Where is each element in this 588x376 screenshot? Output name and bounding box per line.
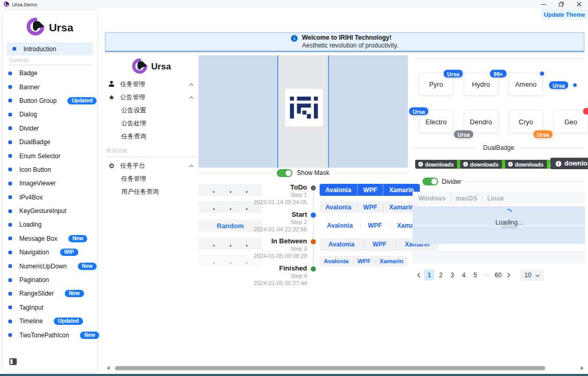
sidebar-item-loading[interactable]: Loading — [3, 218, 97, 231]
maximize-button[interactable] — [552, 0, 570, 8]
ursa-logo-icon — [132, 58, 147, 76]
menu-item-6[interactable]: ⚙任务平台 — [105, 159, 198, 172]
button-wpf[interactable]: WPF — [361, 219, 390, 231]
sidebar-item-numericupdown[interactable]: NumericUpDownNew — [3, 259, 97, 273]
sidebar-item-banner[interactable]: Banner — [3, 80, 97, 93]
page-2[interactable]: 2 — [436, 269, 446, 280]
dual-badge-label-text: downloads — [425, 161, 454, 168]
page-size-select[interactable]: 10 — [520, 269, 544, 281]
timeline-time: 2024-01-05 00:27:44 — [241, 280, 307, 287]
window-title: Ursa.Demo — [12, 2, 37, 7]
dual-badge-label: idownloads — [460, 160, 502, 169]
horizontal-scrollbar[interactable] — [102, 365, 588, 372]
empty-bar — [413, 251, 585, 263]
sidebar-item-introduction[interactable]: Introduction — [7, 42, 93, 55]
sidebar-item-divider[interactable]: Divider — [3, 122, 97, 135]
ipv4-dot — [230, 208, 231, 210]
show-mask-toggle[interactable] — [277, 169, 292, 177]
sidebar-item-navigation[interactable]: NavigationWIP — [3, 245, 97, 259]
close-button[interactable] — [570, 0, 588, 8]
image-viewer[interactable] — [198, 55, 408, 168]
timeline-step: Step 1 — [241, 192, 307, 198]
badge-pill: Ursa — [533, 130, 553, 139]
page-3[interactable]: 3 — [447, 269, 457, 280]
ursa-logo-icon — [27, 18, 44, 38]
badge-pill: Ursa — [408, 107, 429, 116]
sidebar-item-label: Pagination — [19, 276, 49, 284]
page-1[interactable]: 1 — [424, 269, 434, 280]
button-wpf[interactable]: WPF — [364, 238, 396, 251]
info-icon: i — [418, 162, 423, 167]
sidebar-item-label: NumericUpDown — [19, 263, 67, 270]
button-avalonia[interactable]: Avalonia — [320, 256, 353, 266]
sidebar-item-imageviewer[interactable]: ImageViewer — [3, 177, 97, 190]
chevron-left-icon[interactable] — [415, 269, 423, 280]
app-icon — [4, 0, 9, 9]
timeline-entry-todo: ToDoStep 12023-01-14 09:24:05 — [241, 183, 307, 206]
update-theme-button[interactable]: Update Theme — [541, 9, 588, 20]
menu-item-2[interactable]: 公告设置 — [105, 104, 198, 117]
menu-item-8[interactable]: 用户任务查询 — [105, 185, 198, 198]
irihi-logo-image — [285, 89, 323, 126]
sidebar-collapse-button[interactable] — [9, 358, 17, 365]
divider-toggle[interactable] — [422, 178, 438, 185]
button-wpf[interactable]: WPF — [358, 184, 383, 196]
bullet-icon — [13, 47, 16, 51]
dual-badge-label: idownloads — [415, 160, 457, 169]
scroll-left-icon[interactable] — [107, 366, 110, 370]
menu-item-4[interactable]: 任务查询 — [105, 130, 198, 143]
menu-item-1[interactable]: ★公告管理 — [105, 91, 198, 104]
sidebar-item-button-group[interactable]: Button GroupUpdated — [3, 94, 97, 108]
sidebar-item-ipv4box[interactable]: IPv4Box — [3, 191, 97, 204]
user-icon — [108, 80, 115, 89]
sidebar-item-dualbadge[interactable]: DualBadge — [3, 135, 97, 149]
loading-text: Loading... — [480, 219, 538, 226]
button-wpf[interactable]: WPF — [358, 201, 383, 213]
bullet-icon — [8, 85, 12, 89]
sidebar-item-twotonepathicon[interactable]: TwoTonePathIconNew — [3, 328, 97, 342]
sidebar-item-rangeslider[interactable]: RangeSliderNew — [3, 287, 97, 300]
menu-item-3[interactable]: 公告处理 — [105, 117, 198, 130]
sidebar-item-pagination[interactable]: Pagination — [3, 273, 97, 287]
page-60[interactable]: 60 — [493, 269, 503, 280]
sidebar-item-label: Dialog — [19, 111, 37, 118]
button-avalonia[interactable]: Avalonia — [320, 184, 357, 196]
sidebar-item-message-box[interactable]: Message BoxNew — [3, 232, 97, 245]
divider-line — [413, 181, 420, 182]
bullet-icon — [8, 182, 12, 185]
sidebar-item-timeline[interactable]: TimelineUpdated — [3, 314, 97, 328]
scroll-right-icon[interactable] — [581, 366, 584, 370]
button-avalonia[interactable]: Avalonia — [320, 238, 363, 251]
info-icon: i — [463, 162, 468, 167]
sidebar-item-keygestureinput[interactable]: KeyGestureInput — [3, 204, 97, 218]
menu-item-0[interactable]: 任务管理 — [105, 78, 198, 91]
sidebar-item-enum-selector[interactable]: Enum Selector — [3, 149, 97, 162]
divider-line — [413, 148, 478, 148]
scrollbar-thumb[interactable] — [115, 366, 545, 370]
sidebar-item-icon-button[interactable]: Icon Button — [3, 163, 97, 177]
dual-badge-label-text: downloads — [565, 160, 588, 167]
sidebar-item-dialog[interactable]: Dialog — [3, 108, 97, 121]
chevron-up-icon — [189, 164, 194, 168]
floating-badge-pill: Ursa — [548, 81, 569, 90]
button-xamarin[interactable]: Xamarin — [375, 256, 407, 266]
button-avalonia[interactable]: Avalonia — [320, 219, 360, 231]
sidebar-item-badge[interactable]: Badge — [3, 66, 97, 80]
status-badge: Updated — [54, 318, 83, 325]
page-5[interactable]: 5 — [470, 269, 480, 280]
button-wpf[interactable]: WPF — [354, 256, 375, 266]
button-avalonia[interactable]: Avalonia — [320, 201, 357, 213]
minimize-button[interactable] — [535, 0, 552, 8]
sidebar-item-taginput[interactable]: TagInput — [3, 301, 97, 314]
status-badge: Updated — [67, 97, 97, 104]
chevron-right-icon[interactable] — [504, 269, 513, 280]
badge-pill: 99+ — [489, 69, 507, 78]
page-4[interactable]: 4 — [458, 269, 469, 280]
menu-item-7[interactable]: 任务管理 — [105, 172, 198, 185]
separator — [451, 195, 451, 202]
mask-divider-line — [277, 55, 278, 168]
page-ellipsis[interactable]: ⋯ — [481, 269, 492, 280]
menu-item-label: 任务管理 — [120, 80, 184, 89]
ipv4-dot — [213, 208, 215, 210]
status-badge: New — [65, 290, 84, 297]
